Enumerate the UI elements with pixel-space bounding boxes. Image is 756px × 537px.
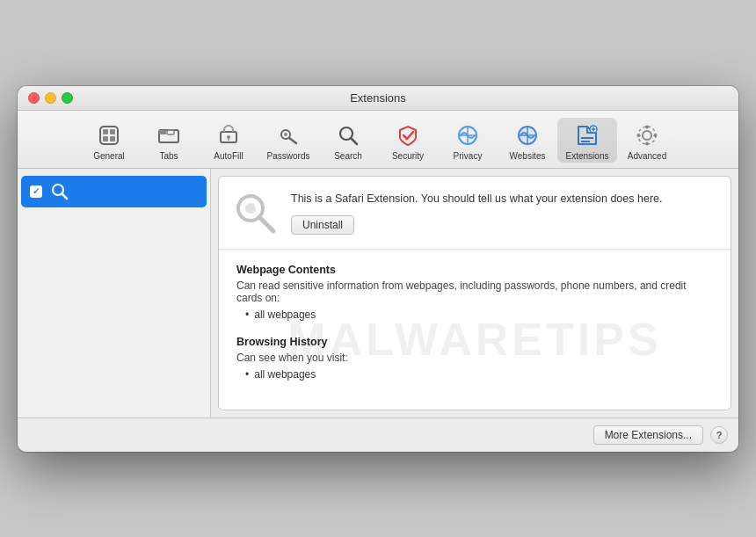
browsing-history-desc: Can see when you visit: [236, 352, 713, 364]
svg-rect-4 [110, 136, 115, 142]
extension-checkbox[interactable]: ✓ [30, 185, 42, 198]
search-toolbar-icon [334, 121, 362, 149]
browsing-history-title: Browsing History [236, 336, 713, 348]
websites-label: Websites [510, 151, 546, 161]
extension-description: This is a Safari Extension. You should t… [291, 191, 713, 207]
webpage-item-0: all webpages [245, 308, 713, 322]
uninstall-button[interactable]: Uninstall [291, 215, 354, 235]
webpage-contents-title: Webpage Contents [236, 264, 713, 276]
toolbar-item-extensions[interactable]: Extensions [557, 118, 617, 163]
checkmark-icon: ✓ [33, 187, 40, 196]
search-label: Search [334, 151, 362, 161]
permission-group-webpage: Webpage Contents Can read sensitive info… [236, 264, 713, 322]
toolbar-item-search[interactable]: Search [318, 118, 378, 163]
toolbar: General Tabs Auto [18, 111, 738, 169]
general-icon [95, 121, 123, 149]
tabs-icon [155, 121, 183, 149]
svg-rect-7 [167, 130, 174, 134]
svg-point-30 [645, 125, 649, 128]
traffic-lights [28, 92, 73, 104]
security-label: Security [392, 151, 424, 161]
more-extensions-button[interactable]: More Extensions... [593, 425, 703, 445]
general-label: General [93, 151, 125, 161]
autofill-label: AutoFill [214, 151, 243, 161]
history-item-0: all webpages [245, 367, 713, 381]
footer: More Extensions... ? [18, 417, 738, 452]
svg-rect-6 [159, 130, 166, 134]
extensions-label: Extensions [566, 151, 609, 161]
svg-point-33 [654, 134, 658, 137]
toolbar-item-passwords[interactable]: Passwords [258, 118, 318, 163]
help-button[interactable]: ? [710, 426, 728, 444]
permission-group-history: Browsing History Can see when you visit:… [236, 336, 713, 381]
extensions-icon [573, 121, 601, 149]
browsing-history-list: all webpages [245, 367, 713, 381]
permissions-section: Webpage Contents Can read sensitive info… [219, 250, 731, 410]
svg-line-12 [289, 138, 296, 143]
safari-preferences-window: Extensions General [18, 86, 738, 452]
privacy-icon [454, 121, 482, 149]
extension-main-icon [233, 191, 279, 236]
extension-info: This is a Safari Extension. You should t… [291, 191, 713, 236]
svg-point-13 [284, 133, 287, 136]
svg-point-24 [519, 127, 536, 144]
extension-header: This is a Safari Extension. You should t… [219, 177, 731, 250]
webpage-contents-desc: Can read sensitive information from webp… [236, 279, 713, 304]
webpage-contents-list: all webpages [245, 308, 713, 322]
passwords-icon [274, 121, 302, 149]
toolbar-item-security[interactable]: Security [378, 118, 438, 163]
window-title: Extensions [350, 91, 406, 105]
titlebar: Extensions [18, 86, 738, 111]
sidebar: ✓ [18, 169, 211, 417]
svg-rect-0 [100, 127, 118, 144]
websites-icon [513, 121, 542, 149]
toolbar-item-privacy[interactable]: Privacy [438, 118, 498, 163]
tabs-label: Tabs [159, 151, 178, 161]
svg-point-31 [645, 142, 649, 145]
extension-list-icon [49, 181, 70, 202]
toolbar-item-tabs[interactable]: Tabs [139, 118, 199, 163]
toolbar-item-autofill[interactable]: AutoFill [199, 118, 258, 163]
main-content: ✓ MALWARETIPS [18, 169, 738, 417]
toolbar-item-websites[interactable]: Websites [498, 118, 557, 163]
advanced-label: Advanced [628, 151, 666, 161]
minimize-button[interactable] [45, 92, 56, 104]
advanced-icon [633, 121, 661, 149]
autofill-icon [214, 121, 243, 149]
detail-panel: MALWARETIPS This is a Safari Extension. … [218, 176, 731, 410]
svg-point-32 [637, 134, 641, 137]
svg-point-9 [227, 135, 230, 139]
svg-point-28 [643, 131, 651, 140]
svg-rect-1 [103, 129, 108, 134]
svg-rect-2 [110, 129, 115, 134]
svg-point-29 [638, 127, 656, 144]
toolbar-item-advanced[interactable]: Advanced [617, 118, 677, 163]
svg-point-38 [245, 203, 256, 214]
passwords-label: Passwords [267, 151, 310, 161]
svg-line-35 [62, 193, 68, 199]
close-button[interactable] [28, 92, 40, 104]
svg-line-17 [407, 132, 413, 139]
toolbar-item-general[interactable]: General [79, 118, 139, 163]
svg-line-37 [259, 217, 273, 231]
security-icon [394, 121, 422, 149]
svg-rect-3 [103, 136, 108, 142]
privacy-label: Privacy [454, 151, 483, 161]
svg-line-15 [352, 138, 358, 144]
sidebar-item-search-ext[interactable]: ✓ [21, 176, 207, 207]
maximize-button[interactable] [62, 92, 73, 104]
